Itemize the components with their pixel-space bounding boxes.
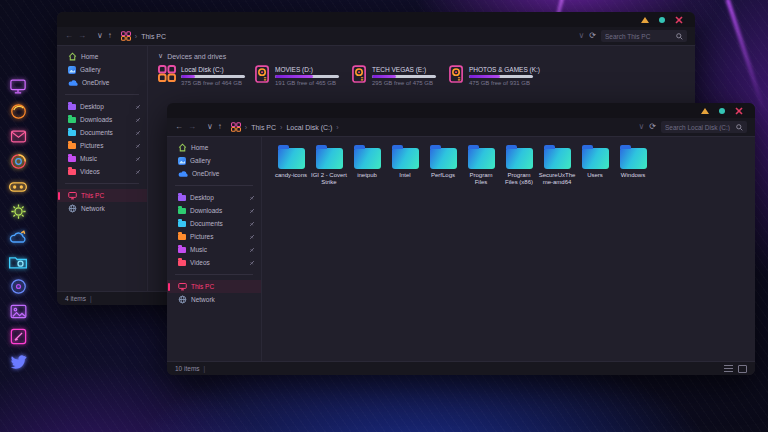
folder-users[interactable]: Users	[576, 145, 614, 186]
folder-program-files[interactable]: Program Files	[462, 145, 500, 186]
navigation-bar: ← → ∨ ↑ › This PC › Local Disk (C:) › ∨ …	[167, 118, 755, 137]
close-button[interactable]	[735, 107, 743, 115]
sidebar-item-home[interactable]: Home	[57, 50, 147, 63]
refresh-icon[interactable]: ⟳	[649, 123, 656, 131]
sidebar-item-onedrive[interactable]: OneDrive	[57, 76, 147, 89]
design-tool-icon[interactable]	[6, 326, 30, 347]
sidebar-item-network[interactable]: Network	[57, 202, 147, 215]
sidebar-item-desktop[interactable]: Desktop	[57, 100, 147, 113]
folder-windows[interactable]: Windows	[614, 145, 652, 186]
home-icon	[178, 143, 187, 152]
maximize-button[interactable]	[659, 17, 665, 23]
breadcrumb[interactable]: › This PC › Local Disk (C:) ›	[231, 122, 339, 132]
folder-secureuxtheme-amd64[interactable]: SecureUxTheme-amd64	[538, 145, 576, 186]
folder-icon	[178, 247, 186, 253]
pin-icon	[249, 221, 255, 227]
drive-label: TECH VEGAS (E:)	[372, 66, 436, 73]
drive-local-disk-c[interactable]: Local Disk (C:) 375 GB free of 464 GB	[158, 65, 255, 86]
grid-view-icon[interactable]	[738, 365, 747, 373]
sidebar-item-desktop[interactable]: Desktop	[167, 191, 261, 204]
sidebar-item-pictures[interactable]: Pictures	[167, 230, 261, 243]
close-button[interactable]	[675, 16, 683, 24]
home-icon	[68, 52, 77, 61]
crumb-root[interactable]: This PC	[141, 33, 166, 40]
search-input[interactable]: Search This PC	[601, 30, 687, 42]
sidebar-label: Music	[190, 246, 207, 253]
back-icon[interactable]: ←	[175, 123, 183, 131]
twitter-icon[interactable]	[6, 351, 30, 372]
forward-icon[interactable]: →	[188, 123, 196, 131]
folder-igi-2-covert-strike[interactable]: IGI 2 - Covert Strike	[310, 145, 348, 186]
folder-icon	[68, 156, 76, 162]
search-input[interactable]: Search Local Disk (C:)	[661, 121, 747, 133]
sidebar-item-home[interactable]: Home	[167, 141, 261, 154]
sidebar-item-documents[interactable]: Documents	[167, 217, 261, 230]
refresh-icon[interactable]: ⟳	[589, 32, 596, 40]
sidebar-item-onedrive[interactable]: OneDrive	[167, 167, 261, 180]
sidebar-item-documents[interactable]: Documents	[57, 126, 147, 139]
sidebar-item-this-pc[interactable]: This PC	[167, 280, 261, 293]
pin-icon	[135, 143, 141, 149]
settings-gear-icon[interactable]	[6, 201, 30, 222]
sidebar-item-this-pc[interactable]: This PC	[57, 189, 147, 202]
crumb-root[interactable]: This PC	[251, 124, 276, 131]
breadcrumb[interactable]: › This PC	[121, 31, 166, 41]
up-icon[interactable]: ↑	[218, 123, 222, 131]
sidebar-item-network[interactable]: Network	[167, 293, 261, 306]
section-header[interactable]: ∨ Devices and drives	[158, 52, 687, 60]
this-pc-icon[interactable]	[6, 76, 30, 97]
drive-tech-vegas-e[interactable]: TECH VEGAS (E:) 295 GB free of 475 GB	[352, 65, 449, 86]
folder-inetpub[interactable]: inetpub	[348, 145, 386, 186]
sidebar-item-music[interactable]: Music	[167, 243, 261, 256]
sidebar-item-pictures[interactable]: Pictures	[57, 139, 147, 152]
folder-program-files-x86[interactable]: Program Files (x86)	[500, 145, 538, 186]
maximize-button[interactable]	[719, 108, 725, 114]
firefox-browser-icon[interactable]	[6, 101, 30, 122]
folder-icon	[178, 208, 186, 214]
sidebar-item-downloads[interactable]: Downloads	[57, 113, 147, 126]
monitor-icon	[178, 282, 187, 291]
drive-capacity: 295 GB free of 475 GB	[372, 80, 436, 86]
sidebar-separator	[175, 185, 253, 186]
cloud-sync-icon[interactable]	[6, 226, 30, 247]
back-icon[interactable]: ←	[65, 32, 73, 40]
sidebar-item-downloads[interactable]: Downloads	[167, 204, 261, 217]
address-dropdown-icon[interactable]: ∨	[638, 123, 644, 131]
drive-photos-games-k[interactable]: PHOTOS & GAMES (K:) 475 GB free of 931 G…	[449, 65, 546, 86]
folder-label: Windows	[621, 172, 645, 179]
recent-locations-icon[interactable]: ∨	[97, 32, 103, 40]
music-disc-icon[interactable]	[6, 276, 30, 297]
photos-icon[interactable]	[6, 301, 30, 322]
sidebar-item-videos[interactable]: Videos	[167, 256, 261, 269]
sidebar-separator	[65, 183, 139, 184]
folder-perflogs[interactable]: PerfLogs	[424, 145, 462, 186]
pictures-folder-icon[interactable]	[6, 251, 30, 272]
sidebar-item-gallery[interactable]: Gallery	[167, 154, 261, 167]
chrome-browser-icon[interactable]	[6, 151, 30, 172]
drive-movies-d[interactable]: MOVIES (D:) 191 GB free of 465 GB	[255, 65, 352, 86]
hdd-icon	[449, 65, 464, 83]
folder-intel[interactable]: Intel	[386, 145, 424, 186]
forward-icon[interactable]: →	[78, 32, 86, 40]
sidebar-item-videos[interactable]: Videos	[57, 165, 147, 178]
hdd-icon	[352, 65, 367, 83]
address-dropdown-icon[interactable]: ∨	[578, 32, 584, 40]
game-controller-icon[interactable]	[6, 176, 30, 197]
sidebar-item-gallery[interactable]: Gallery	[57, 63, 147, 76]
list-view-icon[interactable]	[724, 365, 733, 373]
sidebar-label: Gallery	[190, 157, 211, 164]
folder-label: PerfLogs	[431, 172, 455, 179]
crumb-current[interactable]: Local Disk (C:)	[286, 124, 332, 131]
pin-icon	[249, 260, 255, 266]
pin-icon	[135, 156, 141, 162]
recent-locations-icon[interactable]: ∨	[207, 123, 213, 131]
mail-icon[interactable]	[6, 126, 30, 147]
minimize-button[interactable]	[701, 108, 709, 114]
minimize-button[interactable]	[641, 17, 649, 23]
sidebar-item-music[interactable]: Music	[57, 152, 147, 165]
chevron-down-icon: ∨	[158, 52, 163, 60]
folder-candy-icons[interactable]: candy-icons	[272, 145, 310, 186]
folder-label: IGI 2 - Covert Strike	[311, 172, 348, 186]
up-icon[interactable]: ↑	[108, 32, 112, 40]
gallery-icon	[68, 66, 76, 74]
